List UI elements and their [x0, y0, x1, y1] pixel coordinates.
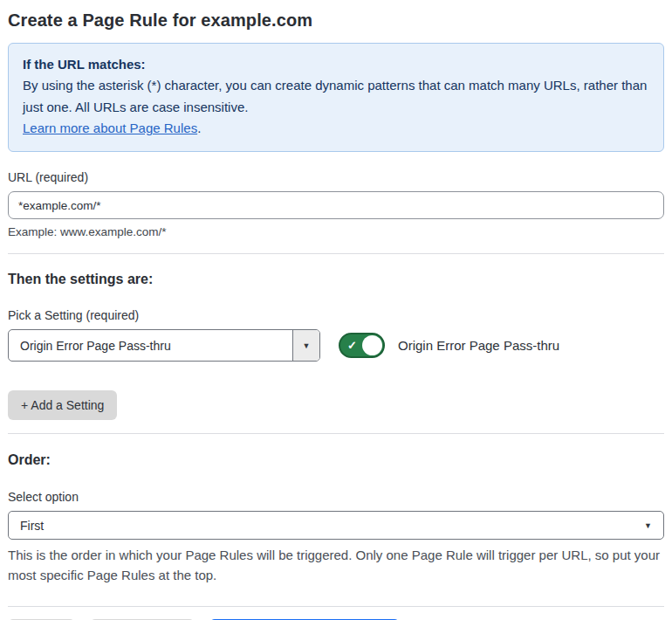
settings-section-heading: Then the settings are: [8, 272, 664, 287]
setting-select[interactable]: Origin Error Page Pass-thru ▼ [8, 329, 320, 362]
page-title: Create a Page Rule for example.com [8, 10, 664, 31]
caret-down-icon: ▼ [303, 341, 311, 350]
order-select[interactable]: First ▼ [8, 511, 664, 540]
setting-toggle[interactable]: ✓ [339, 333, 385, 358]
order-select-label: Select option [8, 490, 664, 504]
url-field-label: URL (required) [8, 170, 664, 184]
learn-more-link[interactable]: Learn more about Page Rules [23, 121, 197, 135]
divider [8, 433, 664, 434]
order-section-heading: Order: [8, 452, 664, 468]
toggle-label: Origin Error Page Pass-thru [398, 338, 559, 353]
setting-row: Origin Error Page Pass-thru ▼ ✓ Origin E… [8, 329, 664, 362]
pick-setting-label: Pick a Setting (required) [8, 308, 664, 322]
caret-down-icon: ▼ [644, 521, 652, 530]
divider [8, 253, 664, 254]
toggle-knob [362, 335, 382, 355]
order-select-value: First [20, 519, 44, 533]
setting-select-value: Origin Error Page Pass-thru [9, 330, 292, 361]
divider [8, 606, 664, 607]
setting-select-arrow-button[interactable]: ▼ [292, 330, 319, 361]
url-example-helper: Example: www.example.com/* [8, 225, 664, 238]
create-page-rule-form: Create a Page Rule for example.com If th… [0, 0, 672, 620]
order-helper-text: This is the order in which your Page Rul… [8, 545, 664, 586]
check-icon: ✓ [347, 340, 357, 351]
link-period: . [197, 121, 201, 135]
info-box-body: By using the asterisk (*) character, you… [23, 75, 649, 118]
url-input[interactable] [8, 191, 664, 219]
info-box-heading: If the URL matches: [23, 54, 649, 75]
url-match-info-box: If the URL matches: By using the asteris… [8, 43, 664, 152]
add-setting-button[interactable]: + Add a Setting [8, 390, 117, 420]
